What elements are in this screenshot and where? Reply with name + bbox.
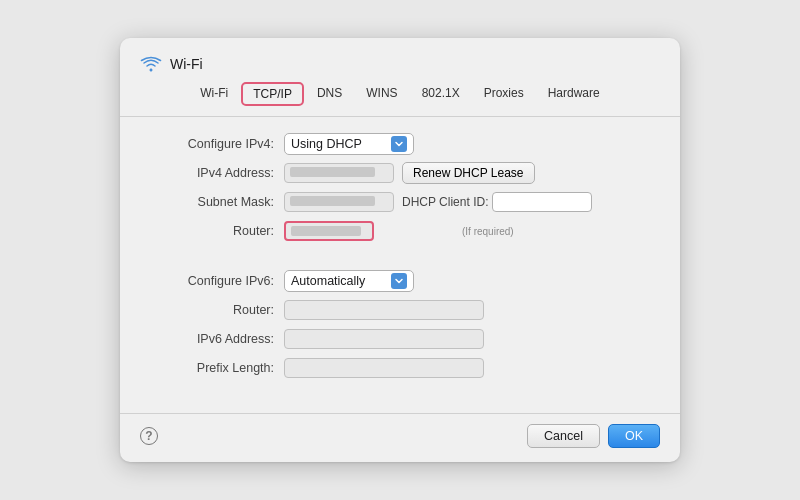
ipv6-router-field[interactable] — [284, 300, 484, 320]
configure-ipv4-select-text: Using DHCP — [291, 137, 387, 151]
configure-ipv6-select[interactable]: Automatically — [284, 270, 414, 292]
subnet-mask-blur — [290, 196, 375, 206]
ipv6-address-field[interactable] — [284, 329, 484, 349]
window-header: Wi-Fi — [120, 38, 680, 82]
dhcp-client-id-label: DHCP Client ID: — [402, 195, 488, 209]
renew-dhcp-button[interactable]: Renew DHCP Lease — [402, 162, 535, 184]
window-title: Wi-Fi — [170, 56, 203, 72]
configure-ipv6-select-text: Automatically — [291, 274, 387, 288]
ipv4-address-field[interactable] — [284, 163, 394, 183]
help-button[interactable]: ? — [140, 427, 158, 445]
configure-ipv4-label: Configure IPv4: — [144, 137, 274, 151]
router-value: (If required) — [284, 221, 656, 241]
prefix-length-label: Prefix Length: — [144, 361, 274, 375]
tab-dns[interactable]: DNS — [306, 82, 353, 106]
configure-ipv6-value: Automatically — [284, 270, 656, 292]
ipv4-address-value: Renew DHCP Lease — [284, 162, 656, 184]
configure-ipv6-label: Configure IPv6: — [144, 274, 274, 288]
configure-ipv4-select[interactable]: Using DHCP — [284, 133, 414, 155]
content-area: Configure IPv4: Using DHCP IPv4 Address: — [120, 117, 680, 413]
router-row: Router: (If required) — [144, 220, 656, 242]
network-preferences-window: Wi-Fi Wi-Fi TCP/IP DNS WINS 802.1X Proxi… — [120, 38, 680, 462]
required-note: (If required) — [462, 226, 514, 237]
subnet-mask-value: DHCP Client ID: — [284, 192, 656, 212]
subnet-mask-label: Subnet Mask: — [144, 195, 274, 209]
tab-tcpip[interactable]: TCP/IP — [241, 82, 304, 106]
subnet-mask-row: Subnet Mask: DHCP Client ID: — [144, 191, 656, 213]
ipv6-address-value — [284, 329, 656, 349]
ipv4-address-row: IPv4 Address: Renew DHCP Lease — [144, 162, 656, 184]
ipv6-router-value — [284, 300, 656, 320]
configure-ipv4-arrow-icon — [391, 136, 407, 152]
tab-wifi[interactable]: Wi-Fi — [189, 82, 239, 106]
cancel-button[interactable]: Cancel — [527, 424, 600, 448]
ipv6-address-row: IPv6 Address: — [144, 328, 656, 350]
ipv6-router-row: Router: — [144, 299, 656, 321]
tab-hardware[interactable]: Hardware — [537, 82, 611, 106]
router-label: Router: — [144, 224, 274, 238]
configure-ipv6-arrow-icon — [391, 273, 407, 289]
footer-actions: Cancel OK — [527, 424, 660, 448]
prefix-length-value — [284, 358, 656, 378]
ipv6-section: Configure IPv6: Automatically Router: — [144, 270, 656, 379]
ok-button[interactable]: OK — [608, 424, 660, 448]
tab-wins[interactable]: WINS — [355, 82, 408, 106]
configure-ipv6-row: Configure IPv6: Automatically — [144, 270, 656, 292]
prefix-length-field[interactable] — [284, 358, 484, 378]
wifi-icon — [140, 56, 162, 72]
ipv6-router-label: Router: — [144, 303, 274, 317]
ipv4-address-blur — [290, 167, 375, 177]
tab-proxies[interactable]: Proxies — [473, 82, 535, 106]
router-blur — [291, 226, 361, 236]
tab-bar: Wi-Fi TCP/IP DNS WINS 802.1X Proxies Har… — [120, 82, 680, 117]
prefix-length-row: Prefix Length: — [144, 357, 656, 379]
router-field[interactable] — [284, 221, 374, 241]
ipv4-section: Configure IPv4: Using DHCP IPv4 Address: — [144, 133, 656, 242]
tab-8021x[interactable]: 802.1X — [411, 82, 471, 106]
dhcp-client-id-field[interactable] — [492, 192, 592, 212]
footer: ? Cancel OK — [120, 413, 680, 462]
ipv4-address-label: IPv4 Address: — [144, 166, 274, 180]
configure-ipv4-row: Configure IPv4: Using DHCP — [144, 133, 656, 155]
ipv6-address-label: IPv6 Address: — [144, 332, 274, 346]
configure-ipv4-value: Using DHCP — [284, 133, 656, 155]
subnet-mask-field[interactable] — [284, 192, 394, 212]
